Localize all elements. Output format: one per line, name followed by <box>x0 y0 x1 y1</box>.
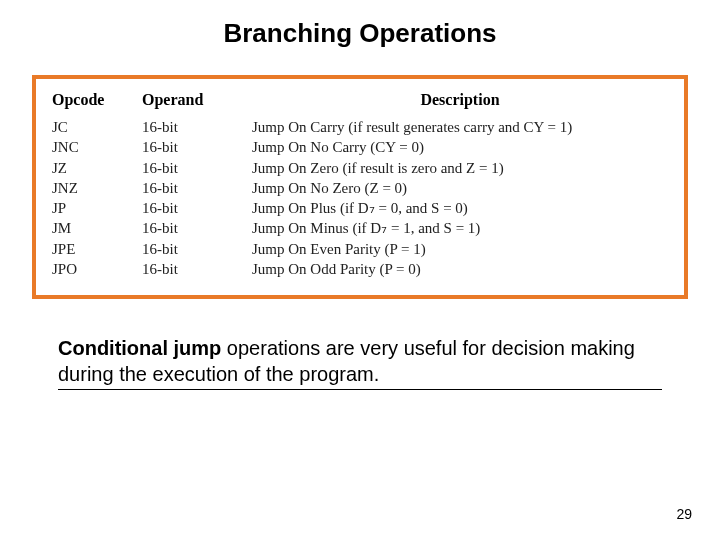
table-header-row: Opcode Operand Description <box>52 87 668 117</box>
table-row: JP 16-bit Jump On Plus (if D₇ = 0, and S… <box>52 198 668 218</box>
cell-opcode: JM <box>52 218 142 238</box>
cell-operand: 16-bit <box>142 117 252 137</box>
header-description: Description <box>252 91 668 109</box>
slide-title: Branching Operations <box>0 0 720 49</box>
cell-operand: 16-bit <box>142 178 252 198</box>
cell-operand: 16-bit <box>142 198 252 218</box>
header-opcode: Opcode <box>52 91 142 109</box>
table-row: JM 16-bit Jump On Minus (if D₇ = 1, and … <box>52 218 668 238</box>
cell-operand: 16-bit <box>142 137 252 157</box>
cell-description: Jump On Even Parity (P = 1) <box>252 239 668 259</box>
table-row: JPO 16-bit Jump On Odd Parity (P = 0) <box>52 259 668 279</box>
cell-operand: 16-bit <box>142 239 252 259</box>
cell-description: Jump On Odd Parity (P = 0) <box>252 259 668 279</box>
table-row: JNZ 16-bit Jump On No Zero (Z = 0) <box>52 178 668 198</box>
cell-opcode: JNC <box>52 137 142 157</box>
table-row: JNC 16-bit Jump On No Carry (CY = 0) <box>52 137 668 157</box>
cell-opcode: JP <box>52 198 142 218</box>
cell-description: Jump On Plus (if D₇ = 0, and S = 0) <box>252 198 668 218</box>
cell-description: Jump On Minus (if D₇ = 1, and S = 1) <box>252 218 668 238</box>
cell-operand: 16-bit <box>142 158 252 178</box>
caption-bold: Conditional jump <box>58 337 221 359</box>
cell-description: Jump On No Zero (Z = 0) <box>252 178 668 198</box>
header-operand: Operand <box>142 91 252 109</box>
table-row: JZ 16-bit Jump On Zero (if result is zer… <box>52 158 668 178</box>
page-number: 29 <box>676 506 692 522</box>
cell-description: Jump On No Carry (CY = 0) <box>252 137 668 157</box>
table-row: JC 16-bit Jump On Carry (if result gener… <box>52 117 668 137</box>
cell-description: Jump On Zero (if result is zero and Z = … <box>252 158 668 178</box>
opcode-table: Opcode Operand Description JC 16-bit Jum… <box>32 75 688 299</box>
cell-opcode: JC <box>52 117 142 137</box>
caption-text: Conditional jump operations are very use… <box>58 335 662 390</box>
cell-description: Jump On Carry (if result generates carry… <box>252 117 668 137</box>
table-row: JPE 16-bit Jump On Even Parity (P = 1) <box>52 239 668 259</box>
cell-operand: 16-bit <box>142 259 252 279</box>
cell-operand: 16-bit <box>142 218 252 238</box>
cell-opcode: JNZ <box>52 178 142 198</box>
cell-opcode: JPO <box>52 259 142 279</box>
cell-opcode: JZ <box>52 158 142 178</box>
cell-opcode: JPE <box>52 239 142 259</box>
